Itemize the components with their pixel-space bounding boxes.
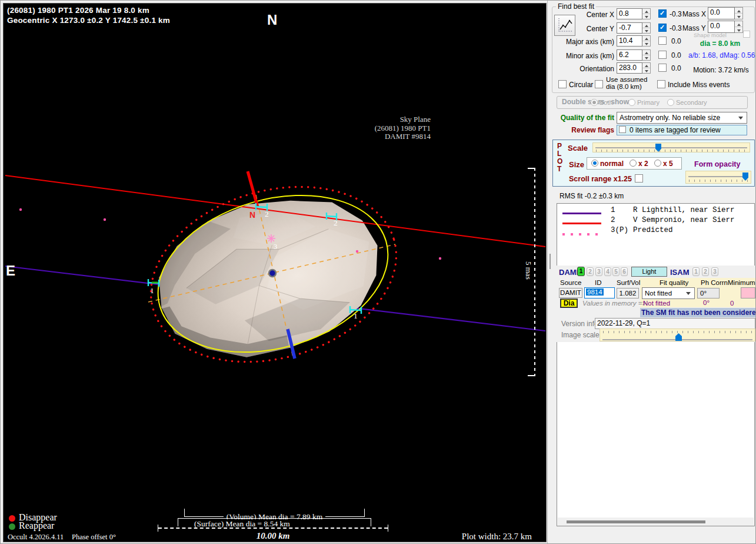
shape-north-label: N [249, 210, 255, 220]
legend-row3-num: 3(P) [611, 226, 628, 234]
size-x2-radio[interactable] [630, 160, 637, 167]
mas-ruler-top-tick [528, 168, 535, 169]
mas-ruler-bottom-tick [528, 375, 535, 376]
source-cell[interactable]: DAMIT [559, 288, 582, 298]
center-x-label: Center X [580, 11, 614, 19]
orientation-label: Orientation [564, 65, 614, 73]
center-y-label: Center Y [580, 25, 614, 33]
double-stars-both-radio[interactable] [591, 99, 598, 106]
dia-info-label: dia = 8.0 km [693, 39, 747, 48]
reappear-dot-icon [9, 523, 15, 530]
plot-letter-p: P [557, 142, 562, 150]
double-stars-primary-label: Primary [637, 99, 660, 106]
minor-axis-step-checkbox[interactable] [658, 51, 667, 59]
ph-corrn-cell[interactable]: 0° [697, 288, 720, 298]
center-x-spinner[interactable] [642, 8, 651, 19]
damit-tab-3[interactable]: 3 [595, 267, 602, 276]
plot-letter-t: T [557, 165, 561, 173]
minor-axis-spinner[interactable] [642, 49, 651, 61]
splitter-handle[interactable] [549, 254, 551, 269]
surfvol-cell: 1.082 [617, 288, 639, 298]
center-y-spinner[interactable] [642, 22, 651, 34]
size-x5-radio[interactable] [654, 160, 661, 167]
major-axis-step-checkbox[interactable] [658, 37, 667, 45]
minor-axis-step-label: 0.0 [671, 51, 681, 59]
events-list[interactable]: 1 R Lighthill, near Sierr 2 V Sempronio,… [557, 203, 755, 526]
mass-y-spinner[interactable] [735, 21, 743, 33]
orientation-input[interactable]: 283.0 [617, 62, 642, 74]
events-hscrollbar[interactable] [558, 518, 754, 526]
isam-label: ISAM [670, 268, 690, 277]
form-opacity-slider[interactable] [685, 171, 751, 184]
shape-model-checkbox[interactable] [743, 31, 750, 38]
app-version-label: Occult 4.2026.4.11 [8, 533, 64, 542]
svg-text:2: 2 [265, 210, 269, 218]
svg-text:2: 2 [334, 218, 338, 227]
major-axis-spinner[interactable] [642, 35, 651, 47]
legend-line-1 [562, 213, 601, 214]
sky-plane-caption: Sky Plane (26081) 1980 PT1 DAMIT #9814 [345, 115, 431, 141]
sky-plane-caption-line3: DAMIT #9814 [345, 132, 431, 141]
damit-tab-1[interactable]: 1 [577, 267, 585, 276]
major-axis-step-label: 0.0 [671, 37, 681, 45]
minor-axis-input[interactable]: 6.2 [617, 49, 642, 61]
isam-tab-3[interactable]: 3 [711, 267, 718, 276]
use-assumed-dia-checkbox[interactable] [595, 80, 603, 88]
svg-text:3: 3 [274, 243, 277, 251]
damit-tab-6[interactable]: 6 [621, 267, 628, 276]
rms-fit-label: RMS fit -0.2 ±0.3 km [559, 192, 624, 200]
use-assumed-dia-label: Use assumed dia (8.0 km) [606, 76, 647, 90]
quality-fit-select[interactable]: Astrometry only. No reliable size [617, 112, 747, 124]
id-input[interactable]: 9814 [584, 287, 615, 298]
events-hscrollbar-thumb[interactable] [567, 520, 705, 523]
memory-fit-quality: Not fitted [643, 300, 670, 307]
damit-tab-5[interactable]: 5 [612, 267, 620, 276]
motion-label: Motion: 3.72 km/s [690, 66, 752, 74]
legend-row1-num: 1 [611, 206, 615, 214]
center-y-input[interactable]: -0.7 [617, 22, 642, 34]
fit-chart-button[interactable] [554, 15, 575, 36]
damit-tab-4[interactable]: 4 [604, 267, 611, 276]
center-y-step-checkbox[interactable] [658, 24, 667, 32]
double-stars-primary-radio[interactable] [628, 99, 635, 106]
mass-x-input[interactable]: 0.0 [708, 7, 735, 19]
isam-tab-2[interactable]: 2 [702, 267, 709, 276]
center-x-input[interactable]: 0.8 [617, 8, 642, 19]
orientation-spinner[interactable] [642, 62, 651, 74]
fit-quality-select[interactable]: Not fitted [642, 287, 695, 299]
light-curves-button[interactable]: Light curves [631, 267, 667, 277]
size-normal-radio[interactable] [591, 160, 598, 167]
memory-ph-corrn: 0° [703, 299, 710, 306]
control-panel: Find best fit Center X 0.8 -0.3 Mass X 0… [547, 1, 756, 544]
ellipse-center-dot [269, 270, 276, 277]
mass-x-spinner[interactable] [735, 7, 743, 19]
minimum-cell[interactable] [741, 287, 755, 298]
image-scale-label: Image scale [561, 331, 600, 339]
double-stars-secondary-radio[interactable] [667, 99, 674, 106]
sm-fit-banner: The SM fit has not been considered [640, 308, 756, 317]
image-scale-slider[interactable] [600, 329, 755, 341]
source-header: Source [560, 279, 581, 286]
circular-checkbox[interactable] [558, 80, 567, 88]
dia-button[interactable]: Dia [560, 298, 578, 308]
scale-slider[interactable] [592, 142, 750, 152]
major-axis-input[interactable]: 10.4 [617, 35, 642, 47]
damit-tab-2[interactable]: 2 [587, 267, 594, 276]
scroll-range-checkbox[interactable] [635, 174, 643, 183]
scale-bar-label: 10.00 km [227, 531, 319, 541]
include-miss-checkbox[interactable] [657, 80, 665, 88]
isam-tab-1[interactable]: 1 [692, 267, 700, 276]
review-flags-checkbox[interactable] [619, 126, 626, 133]
reappear-label: Reappear [19, 520, 54, 531]
orientation-step-checkbox[interactable] [658, 64, 667, 72]
disappear-dot-icon [9, 515, 15, 522]
plot-title-line2: Geocentric X 1273.0 ±0.2 Y 1742.5 ±0.1 k… [7, 16, 170, 25]
size-normal-label: normal [600, 160, 624, 168]
image-scale-slider-thumb[interactable] [675, 333, 682, 341]
center-x-step-checkbox[interactable] [658, 9, 667, 18]
size-label: Size [569, 160, 584, 169]
sky-plane-plot[interactable]: N 2 2 1 1 3 (26081) 1980 [3, 3, 547, 542]
mass-y-input[interactable]: 0.0 [708, 21, 735, 33]
scroll-range-label: Scroll range x1.25 [569, 175, 632, 183]
memory-minimum: 0 [730, 300, 734, 307]
